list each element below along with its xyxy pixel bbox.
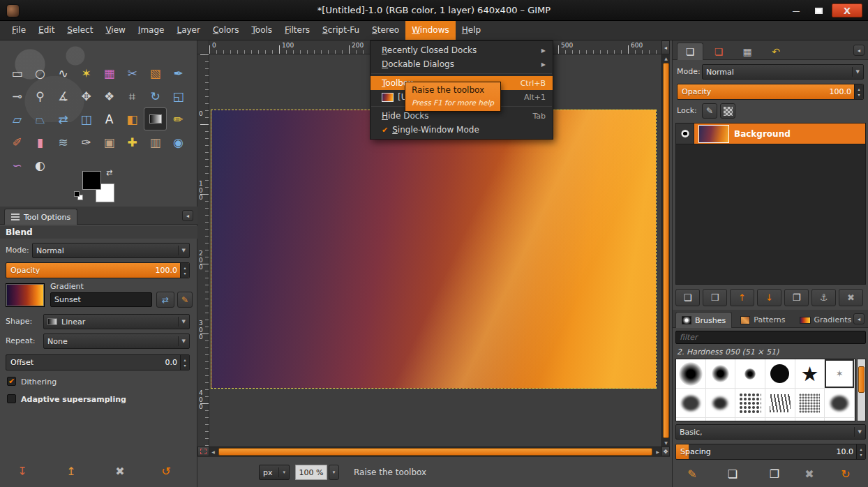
brush-set-select[interactable]: Basic, ▼ bbox=[675, 424, 866, 440]
tool-smudge[interactable]: ∽ bbox=[6, 153, 29, 177]
brush-streak[interactable] bbox=[735, 418, 765, 421]
lock-pixels-button[interactable]: ✎ bbox=[702, 103, 717, 119]
tool-scale[interactable]: ◱ bbox=[167, 84, 190, 107]
vertical-ruler[interactable]: 0100200300400 bbox=[197, 54, 209, 447]
zoom-dropdown-button[interactable]: ▾ bbox=[329, 465, 339, 480]
brush-soft-lg[interactable] bbox=[676, 359, 706, 389]
spin-up-icon[interactable]: ▴ bbox=[858, 87, 860, 91]
quick-mask-toggle[interactable] bbox=[197, 447, 209, 456]
tool-move[interactable]: ✥ bbox=[75, 84, 98, 107]
spacing-slider[interactable]: Spacing 10.0 ▴▾ bbox=[675, 444, 866, 460]
tool-dodge-burn[interactable]: ◐ bbox=[29, 153, 52, 177]
menu-file[interactable]: File bbox=[6, 21, 32, 40]
tool-align[interactable]: ❖ bbox=[98, 84, 121, 107]
canvas-image[interactable] bbox=[211, 110, 657, 389]
delete-brush-button[interactable]: ✖ bbox=[800, 465, 819, 483]
brush-soft-md[interactable] bbox=[706, 359, 736, 389]
minimize-button[interactable]: — bbox=[787, 3, 805, 17]
tab-brushes[interactable]: Brushes bbox=[675, 312, 732, 328]
gradient-preview[interactable] bbox=[6, 283, 45, 307]
tool-zoom[interactable]: ⚲ bbox=[29, 84, 52, 107]
tool-paths[interactable]: ✒ bbox=[167, 61, 190, 84]
menu-select[interactable]: Select bbox=[61, 21, 99, 40]
tool-rotate[interactable]: ↻ bbox=[144, 84, 167, 107]
tool-rectangle-select[interactable]: ▭ bbox=[6, 61, 29, 84]
scroll-left-icon[interactable]: ◀ bbox=[209, 447, 217, 456]
spinner-arrows[interactable]: ▴▾ bbox=[180, 263, 189, 278]
brush-dots[interactable] bbox=[676, 418, 706, 421]
tool-perspective-clone[interactable]: ▥ bbox=[144, 130, 167, 153]
tab-tool-options[interactable]: Tool Options bbox=[4, 209, 77, 225]
raise-layer-button[interactable]: ↑ bbox=[730, 289, 754, 306]
brush-blob[interactable] bbox=[706, 389, 736, 418]
channels-tab[interactable]: ❏ bbox=[705, 43, 732, 60]
tool-ellipse-select[interactable]: ○ bbox=[29, 61, 52, 84]
spinner-arrows[interactable]: ▴▾ bbox=[180, 355, 189, 370]
brush-soft-md[interactable] bbox=[795, 418, 825, 421]
spin-up-icon[interactable]: ▴ bbox=[184, 265, 186, 270]
menu-stereo[interactable]: Stereo bbox=[366, 21, 405, 40]
layers-tab[interactable]: ❏ bbox=[677, 43, 703, 60]
tool-cage-transform[interactable]: ◫ bbox=[75, 107, 98, 130]
dock-menu-button[interactable]: ◂ bbox=[182, 210, 193, 221]
vertical-scrollbar[interactable]: ▲ ▼ bbox=[661, 54, 670, 447]
spin-up-icon[interactable]: ▴ bbox=[860, 447, 862, 451]
tool-crop[interactable]: ⌗ bbox=[121, 84, 144, 107]
unit-select[interactable]: px ▾ bbox=[259, 465, 290, 480]
tool-flip[interactable]: ⇄ bbox=[52, 107, 75, 130]
maximize-button[interactable] bbox=[809, 3, 828, 17]
brush-grain[interactable] bbox=[795, 389, 825, 418]
anchor-layer-button[interactable]: ⚓ bbox=[811, 289, 836, 306]
menu-windows[interactable]: Windows bbox=[405, 21, 456, 40]
reverse-gradient-button[interactable]: ⇄ bbox=[156, 292, 174, 308]
restore-tool-preset-button[interactable]: ↥ bbox=[61, 462, 81, 480]
tool-eraser[interactable]: ▮ bbox=[29, 130, 52, 153]
menu-layer[interactable]: Layer bbox=[170, 21, 206, 40]
brush-blob[interactable] bbox=[706, 418, 736, 421]
windows-menu-item-dockable-dialogs[interactable]: Dockable Dialogs▶ bbox=[371, 57, 553, 71]
tool-clone[interactable]: ▣ bbox=[98, 130, 121, 153]
swap-colors-icon[interactable]: ⇄ bbox=[106, 168, 112, 177]
lock-alpha-button[interactable] bbox=[720, 103, 735, 119]
tool-scissors-select[interactable]: ✂ bbox=[121, 61, 144, 84]
spinner-arrows[interactable]: ▴▾ bbox=[854, 84, 863, 99]
tool-foreground-select[interactable]: ▧ bbox=[144, 61, 167, 84]
horizontal-scrollbar[interactable]: ◀ ▶ bbox=[209, 447, 661, 456]
menu-image[interactable]: Image bbox=[132, 21, 171, 40]
new-layer-group-button[interactable]: ❒ bbox=[703, 289, 727, 306]
refresh-brushes-button[interactable]: ↻ bbox=[836, 465, 855, 483]
opacity-slider[interactable]: Opacity 100.0 ▴▾ bbox=[6, 262, 190, 278]
spin-up-icon[interactable]: ▴ bbox=[184, 357, 186, 362]
brush-selected[interactable]: ✶ bbox=[825, 359, 855, 389]
paths-tab[interactable]: ▦ bbox=[734, 43, 761, 60]
tool-fuzzy-select[interactable]: ✶ bbox=[75, 61, 98, 84]
duplicate-brush-button[interactable]: ❐ bbox=[765, 465, 784, 483]
tab-patterns[interactable]: Patterns bbox=[735, 312, 791, 328]
layer-list[interactable]: Background bbox=[675, 123, 866, 285]
tool-heal[interactable]: ✚ bbox=[121, 130, 144, 153]
windows-menu-item-recently-closed-docks[interactable]: Recently Closed Docks▶ bbox=[371, 43, 553, 57]
edit-gradient-button[interactable]: ✎ bbox=[177, 292, 193, 308]
dithering-checkbox[interactable]: ✔ bbox=[7, 377, 16, 386]
lower-layer-button[interactable]: ↓ bbox=[757, 289, 781, 306]
delete-tool-preset-button[interactable]: ✖ bbox=[110, 462, 130, 480]
spin-down-icon[interactable]: ▾ bbox=[858, 92, 860, 97]
scroll-right-icon[interactable]: ▶ bbox=[654, 447, 661, 456]
zoom-input[interactable]: 100 % bbox=[295, 465, 327, 480]
offset-slider[interactable]: Offset 0.0 ▴▾ bbox=[6, 354, 190, 370]
tool-perspective[interactable]: ⏢ bbox=[29, 107, 52, 130]
tool-free-select[interactable]: ∿ bbox=[52, 61, 75, 84]
spinner-arrows[interactable]: ▴▾ bbox=[856, 444, 865, 459]
brush-dots[interactable] bbox=[735, 389, 765, 418]
vertical-scrollbar-thumb[interactable] bbox=[663, 63, 669, 438]
layer-thumbnail[interactable] bbox=[698, 125, 729, 143]
tool-measure[interactable]: ∡ bbox=[52, 84, 75, 107]
tool-shear[interactable]: ▱ bbox=[6, 107, 29, 130]
tool-text[interactable]: A bbox=[98, 107, 121, 130]
navigation-button[interactable]: ✥ bbox=[661, 447, 670, 456]
brush-soft-sm[interactable] bbox=[735, 359, 765, 389]
layer-row[interactable]: Background bbox=[676, 123, 865, 144]
reset-tool-options-button[interactable]: ↺ bbox=[156, 462, 176, 480]
tool-bucket-fill[interactable]: ◧ bbox=[121, 107, 144, 130]
menu-view[interactable]: View bbox=[99, 21, 131, 40]
